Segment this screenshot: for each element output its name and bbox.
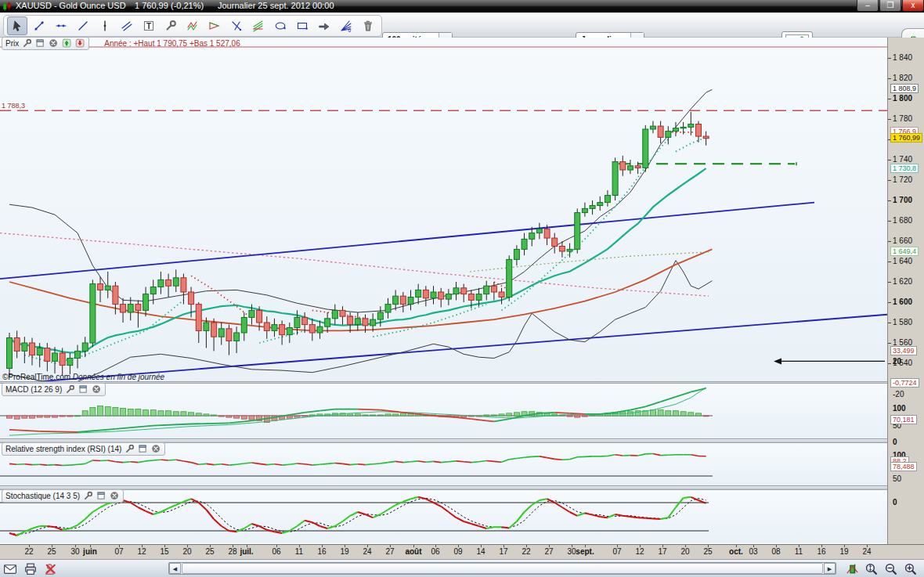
date-label: 06: [272, 547, 280, 556]
hline-price-label: 1 788,3: [2, 102, 25, 110]
horizontal-scrollbar[interactable]: ◀ ▶: [168, 562, 836, 575]
window-icon[interactable]: [96, 491, 106, 501]
close-icon[interactable]: [92, 384, 102, 395]
stoch-panel-header: Stochastique (14 3 5): [2, 489, 124, 503]
date-label: juin: [83, 547, 97, 556]
chart-main-area: Prix Année : +Haut 1 790,75 +Bas 1 527,0…: [0, 38, 924, 559]
scroll-right-arrow[interactable]: ▶: [824, 563, 836, 574]
date-label: 08: [771, 547, 780, 556]
rectangle-tool[interactable]: [292, 16, 312, 35]
date-label: 17: [499, 547, 507, 556]
zoom-in-icon[interactable]: [904, 562, 918, 575]
price-tick-label: 1 680: [893, 216, 912, 225]
date-label: 11: [295, 547, 303, 556]
date-label: 30: [567, 547, 576, 556]
price-chart: [0, 38, 887, 381]
price-panel-header: Prix: [2, 37, 89, 50]
svg-text:T: T: [146, 22, 151, 31]
drawing-tools[interactable]: [161, 16, 181, 35]
arrow-tool[interactable]: [314, 16, 334, 35]
fan-lines-tool[interactable]: 6: [336, 16, 356, 35]
crossed-lines-tool[interactable]: [226, 16, 247, 35]
price-tick-label: 1 840: [893, 53, 912, 62]
stoch-panel: Stochastique (14 3 5): [0, 490, 887, 543]
trendline-tool[interactable]: [29, 16, 49, 35]
scrollbar-thumb[interactable]: [182, 563, 823, 574]
stoch-tick-label: 0: [893, 498, 897, 507]
zigzag-pattern-tool[interactable]: [182, 16, 203, 35]
macd-panel-header: MACD (12 26 9): [2, 383, 106, 396]
stoch-value-label: 78,488: [890, 462, 917, 471]
date-label: 16: [817, 547, 825, 556]
channel-tool[interactable]: [248, 16, 269, 35]
close-button[interactable]: x: [902, 0, 924, 12]
rsi-value-label: 70,181: [890, 415, 917, 424]
ellipse-tool[interactable]: [270, 16, 291, 35]
settings-wrench-icon[interactable]: [22, 38, 32, 49]
price-tick-label: 1 720: [893, 175, 912, 184]
horizontal-segment-tool[interactable]: [51, 16, 71, 35]
svg-text:6: 6: [348, 27, 352, 33]
print-icon[interactable]: [23, 562, 38, 575]
price-axis: 1 5401 5601 5801 6001 6201 6401 6601 680…: [887, 38, 924, 544]
macd-value-label: 33,499: [890, 346, 917, 355]
buy-arrow-icon[interactable]: [62, 38, 72, 49]
window-icon[interactable]: [138, 444, 148, 454]
price-tick-label: 1 660: [893, 236, 912, 245]
price-tick-label: 1 580: [893, 318, 912, 326]
cursor-tool[interactable]: [7, 16, 27, 35]
user-offline-icon[interactable]: [44, 562, 58, 575]
macd-hist-value-label: -0,7724: [890, 378, 919, 388]
price-value-label: 1 808,9: [890, 84, 919, 93]
settings-wrench-icon[interactable]: [65, 384, 75, 395]
axis-tick: [888, 119, 891, 120]
scroll-left-arrow[interactable]: ◀: [169, 563, 181, 574]
date-label: 27: [544, 547, 553, 556]
close-icon[interactable]: [151, 444, 161, 454]
window-icon[interactable]: [78, 384, 88, 395]
date-label: 24: [862, 547, 871, 556]
parallel-lines-tool[interactable]: [117, 16, 137, 35]
price-tick-label: 1 820: [893, 74, 912, 82]
price-tick-label: 1 800: [893, 94, 912, 103]
date-label: 07: [612, 547, 621, 556]
triangle-pattern-tool[interactable]: [204, 16, 225, 35]
window-icon[interactable]: [35, 38, 45, 49]
date-label: 12: [635, 547, 644, 556]
axis-tick: [888, 282, 891, 283]
date-label: 27: [385, 547, 394, 556]
axis-tick: [888, 323, 891, 323]
date-label: 22: [24, 547, 33, 556]
zoom-fit-icon[interactable]: [864, 562, 879, 575]
close-icon[interactable]: [110, 491, 120, 501]
titlebar-change: (-0,21%): [171, 1, 204, 10]
email-icon[interactable]: [3, 562, 17, 575]
sell-arrow-icon[interactable]: [75, 38, 85, 49]
vertical-line-tool[interactable]: [95, 16, 115, 35]
stoch-tick-label: 50: [893, 474, 901, 483]
macd-tick-label: -20: [893, 390, 904, 398]
date-label: 25: [47, 547, 56, 556]
axis-tick: [888, 343, 891, 344]
text-tool[interactable]: T: [139, 16, 159, 35]
date-label: 17: [658, 547, 666, 556]
price-value-label: 1 760,99: [890, 133, 922, 142]
settings-wrench-icon[interactable]: [125, 444, 135, 454]
delete-tool[interactable]: [358, 16, 378, 35]
date-label: 16: [317, 547, 326, 556]
chart-settings-icon[interactable]: [846, 562, 860, 575]
date-label: 28: [228, 547, 236, 556]
titlebar-last-price: 1 760,99: [135, 1, 168, 10]
price-tick-label: 1 780: [893, 114, 912, 123]
date-label: 20: [182, 547, 191, 556]
settings-wrench-icon[interactable]: [83, 491, 93, 501]
rsi-panel: Relative strength index (RSI) (14): [0, 443, 887, 485]
zoom-out-icon[interactable]: [884, 562, 898, 575]
oblique-line-tool[interactable]: [73, 16, 93, 35]
minimize-button[interactable]: –: [857, 0, 879, 12]
restore-button[interactable]: ❐: [879, 0, 901, 12]
window-title: XAUUSD - Gold Ounce USD: [16, 1, 126, 10]
axis-tick: [888, 363, 891, 364]
close-icon[interactable]: [49, 38, 59, 49]
date-label: 20: [680, 547, 689, 556]
